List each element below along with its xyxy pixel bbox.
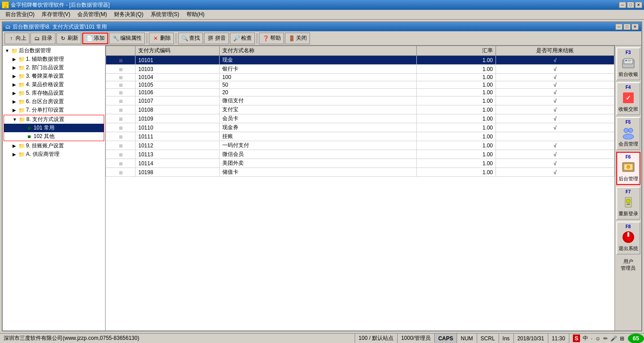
row-icon-cell: ⊞ (106, 65, 136, 74)
row-code-cell: 10112 (136, 141, 220, 150)
svg-rect-15 (627, 199, 630, 203)
f5-button[interactable]: F5 会员管理 (616, 117, 640, 150)
company-segment: 深圳市三度软件有限公司(www.jzzp.com,0755-83656130) (0, 334, 355, 343)
f7-label: 重新登录 (619, 210, 638, 217)
sidebar-item-s2[interactable]: ▶ 📁 2. 部门出品设置 (4, 63, 104, 72)
table-row[interactable]: ⊞ 10198 储值卡 1.00 √ (106, 168, 614, 177)
menu-item-member[interactable]: 会员管理(M) (74, 10, 110, 19)
sidebar-item-sA[interactable]: ▶ 📁 A. 供应商管理 (4, 150, 104, 159)
col-code-header: 支付方式编码 (136, 46, 220, 56)
row-name-cell: 50 (219, 81, 417, 89)
sidebar-item-s9[interactable]: ▶ 📁 9. 挂账账户设置 (4, 142, 104, 150)
f3-button[interactable]: F3 前台收银 (616, 47, 640, 80)
sidebar-item-s5[interactable]: ▶ 📁 5. 库存物品设置 (4, 89, 104, 97)
spell-button[interactable]: 拼 拼音 (204, 33, 229, 44)
svg-rect-4 (628, 61, 631, 61)
table-row[interactable]: ⊞ 10114 美团外卖 1.00 √ (106, 159, 614, 168)
table-row[interactable]: ⊞ 10106 20 1.00 √ (106, 89, 614, 96)
ime-mic-icon: 🎤 (610, 335, 617, 342)
f3-key: F3 (626, 50, 631, 55)
ime-grid-icon: ⊞ (620, 335, 624, 342)
refresh-icon: ↻ (59, 35, 67, 42)
sidebar-item-s8-2[interactable]: ■ 102 其他 (4, 132, 104, 141)
close-win-button[interactable]: 🚪 关闭 (285, 33, 310, 44)
sidebar-item-s4[interactable]: ▶ 📁 4. 菜品价格设置 (4, 80, 104, 89)
refresh-button[interactable]: ↻ 刷新 (56, 33, 81, 44)
table-row[interactable]: ⊞ 10111 挂账 1.00 (106, 132, 614, 141)
up-button[interactable]: ↑ 向上 (4, 33, 30, 44)
delete-button[interactable]: ✕ 删除 (149, 33, 174, 44)
table-row[interactable]: ⊞ 10104 100 1.00 √ (106, 74, 614, 81)
svg-rect-16 (627, 204, 630, 205)
home-button[interactable]: 🗂 目录 (30, 33, 55, 44)
row-name-cell: 现金 (219, 56, 417, 65)
num-text: NUM (461, 335, 473, 342)
spell-label: 拼音 (215, 34, 226, 42)
row-rate-cell: 1.00 (417, 96, 496, 105)
close-button[interactable]: ✕ (635, 2, 642, 8)
row-avail-cell: √ (496, 81, 614, 89)
sidebar-item-s1[interactable]: ▶ 📁 1. 辅助数据管理 (4, 55, 104, 63)
sidebar-item-s7[interactable]: ▶ 📁 7. 分单打印设置 (4, 106, 104, 114)
table-row[interactable]: ⊞ 10110 现金券 1.00 √ (106, 123, 614, 132)
add-button[interactable]: 📄 添加 (82, 33, 108, 44)
company-text: 深圳市三度软件有限公司(www.jzzp.com,0755-83656130) (4, 335, 139, 342)
help-button[interactable]: ❓ 帮助 (259, 33, 284, 44)
toolbar: ↑ 向上 🗂 目录 ↻ 刷新 📄 添加 🔧 编辑属性 ✕ 删除 (3, 31, 641, 46)
f8-button[interactable]: F8 退出系统 (616, 222, 640, 255)
row-code-cell: 10105 (136, 81, 220, 89)
menu-item-inventory[interactable]: 库存管理(V) (38, 10, 74, 19)
sidebar-item-s8[interactable]: ▼ 📁 8. 支付方式设置 (4, 115, 104, 124)
f6-button[interactable]: F6 后台管理 (616, 152, 640, 185)
corner-number[interactable]: 65 (628, 334, 644, 343)
sidebar-item-s6[interactable]: ▶ 📁 6. 台区台房设置 (4, 97, 104, 106)
row-rate-cell: 1.00 (417, 159, 496, 168)
up-label: 向上 (16, 34, 26, 42)
sidebar-item-s8-1[interactable]: ■ 101 常用 (4, 124, 104, 132)
col-name-header: 支付方式名称 (219, 46, 417, 56)
row-code-cell: 10110 (136, 123, 220, 132)
minimize-button[interactable]: ─ (619, 2, 626, 8)
data-area[interactable]: 支付方式编码 支付方式名称 汇率 是否可用来结账 ⊞ 10101 现金 1.00… (106, 46, 614, 330)
home-label: 目录 (42, 34, 52, 42)
table-row[interactable]: ⊞ 10101 现金 1.00 √ (106, 56, 614, 65)
table-row[interactable]: ⊞ 10105 50 1.00 √ (106, 81, 614, 89)
s8-1-icon: ■ (25, 125, 33, 132)
f7-button[interactable]: F7 重新登录 (616, 187, 640, 220)
menu-item-help[interactable]: 帮助(H) (183, 10, 208, 19)
table-row[interactable]: ⊞ 10108 支付宝 1.00 √ (106, 105, 614, 114)
num-segment: NUM (457, 334, 477, 343)
menu-item-system[interactable]: 系统管理(S) (147, 10, 183, 19)
col-rate-header: 汇率 (417, 46, 496, 56)
sidebar-item-s3[interactable]: ▶ 📁 3. 餐牌菜单设置 (4, 72, 104, 80)
f8-label: 退出系统 (619, 245, 638, 252)
table-row[interactable]: ⊞ 10107 微信支付 1.00 √ (106, 96, 614, 105)
tree-root[interactable]: ▼ 📁 后台数据管理 (4, 46, 104, 55)
s6-expander: ▶ (11, 98, 18, 105)
row-code-cell: 10111 (136, 132, 220, 141)
props-button[interactable]: 🔧 编辑属性 (109, 33, 145, 44)
f5-label: 会员管理 (619, 141, 638, 147)
ime-pen-icon: ✏ (603, 335, 608, 342)
row-code-cell: 10107 (136, 96, 220, 105)
inner-title-buttons: ─ □ ✕ (615, 24, 639, 30)
inner-restore-button[interactable]: □ (623, 24, 631, 30)
row-icon-cell: ⊞ (106, 141, 136, 150)
table-row[interactable]: ⊞ 10112 一码付支付 1.00 √ (106, 141, 614, 150)
menu-item-front[interactable]: 前台营业(O) (2, 10, 38, 19)
check-button[interactable]: 🔎 检查 (230, 33, 255, 44)
table-row[interactable]: ⊞ 10103 银行卡 1.00 √ (106, 65, 614, 74)
menu-item-finance[interactable]: 财务决策(Q) (110, 10, 147, 19)
table-row[interactable]: ⊞ 10113 微信会员 1.00 √ (106, 150, 614, 159)
inner-close-button[interactable]: ✕ (631, 24, 639, 30)
row-avail-cell: √ (496, 56, 614, 65)
inner-minimize-button[interactable]: ─ (615, 24, 623, 30)
restore-button[interactable]: □ (627, 2, 634, 8)
ins-text: Ins (503, 335, 510, 342)
row-name-cell: 挂账 (219, 132, 417, 141)
add-label: 添加 (94, 34, 105, 42)
sidebar[interactable]: ▼ 📁 后台数据管理 ▶ 📁 1. 辅助数据管理 ▶ 📁 2. 部门出品设置 (3, 46, 106, 330)
f4-button[interactable]: F4 ✓ 收银交班 (616, 82, 640, 115)
search-button[interactable]: 🔍 查找 (178, 33, 203, 44)
table-row[interactable]: ⊞ 10109 会员卡 1.00 √ (106, 114, 614, 123)
